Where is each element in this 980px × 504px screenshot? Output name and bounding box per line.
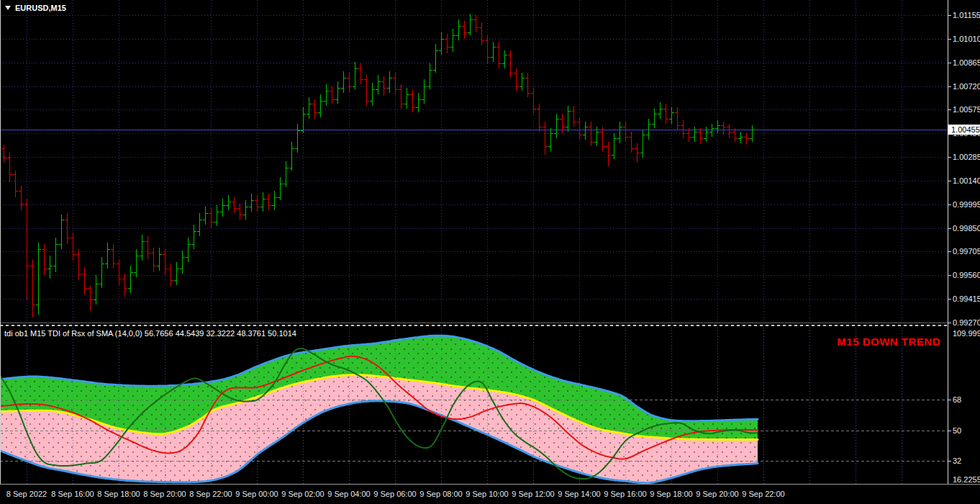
axis-tick [948, 204, 951, 205]
price-axis-label: 0.99705 [953, 247, 980, 256]
axis-tick [948, 15, 951, 16]
price-axis-label: 0.99995 [953, 200, 980, 209]
indicator-axis-label: 68 [953, 395, 961, 404]
trend-status-text: M15 DOWN TREND [837, 336, 940, 348]
axis-tick [948, 63, 951, 63]
axis-tick [948, 109, 951, 110]
panel-separator[interactable] [0, 323, 980, 328]
time-axis-label: 9 Sep 22:00 [733, 490, 794, 498]
time-axis: 8 Sep 20228 Sep 16:008 Sep 18:008 Sep 20… [0, 484, 980, 504]
axis-tick [948, 251, 951, 252]
indicator-axis-label: 16.2255 [953, 475, 980, 484]
price-axis-label: 0.99415 [953, 294, 980, 303]
tdi-indicator-panel[interactable] [0, 328, 948, 484]
axis-tick [948, 86, 951, 87]
indicator-label: tdi ob1 M15 TDI of Rsx of SMA (14,0,0) 5… [4, 329, 296, 338]
price-chart-panel[interactable] [0, 0, 948, 323]
mt4-chart-window: EURUSD,M15 tdi ob1 M15 TDI of Rsx of SMA… [0, 0, 980, 504]
indicator-axis-label: 109.9999 [953, 329, 980, 338]
price-axis: 1.011551.010101.008651.007201.005751.004… [948, 0, 980, 484]
price-axis-label: 1.01155 [953, 11, 980, 19]
axis-tick [948, 157, 951, 158]
axis-tick [948, 275, 951, 276]
separator-grip-icon [0, 325, 980, 326]
price-axis-label: 1.00285 [953, 153, 980, 161]
price-axis-label: 0.99270 [953, 318, 980, 327]
price-axis-label: 1.00575 [953, 105, 980, 114]
symbol-label-text: EURUSD,M15 [15, 4, 66, 12]
axis-tick [948, 39, 951, 40]
indicator-axis-label: 32 [953, 456, 961, 465]
axis-tick [948, 461, 951, 462]
axis-tick [948, 431, 951, 431]
symbol-label: EURUSD,M15 [5, 4, 66, 12]
axis-tick [948, 323, 951, 323]
axis-tick [948, 228, 951, 229]
triangle-down-icon [5, 6, 11, 10]
price-axis-label: 1.00865 [953, 58, 980, 67]
axis-tick [948, 299, 951, 300]
price-axis-label: 1.01010 [953, 35, 980, 43]
price-axis-label: 0.99560 [953, 271, 980, 279]
indicator-axis-label: 50 [953, 426, 961, 435]
price-axis-label: 1.00720 [953, 82, 980, 91]
axis-tick [948, 181, 951, 181]
price-axis-label: 1.00140 [953, 176, 980, 185]
axis-tick [948, 400, 951, 400]
current-price-tag: 1.00455 [948, 125, 980, 135]
price-axis-label: 0.99850 [953, 224, 980, 233]
